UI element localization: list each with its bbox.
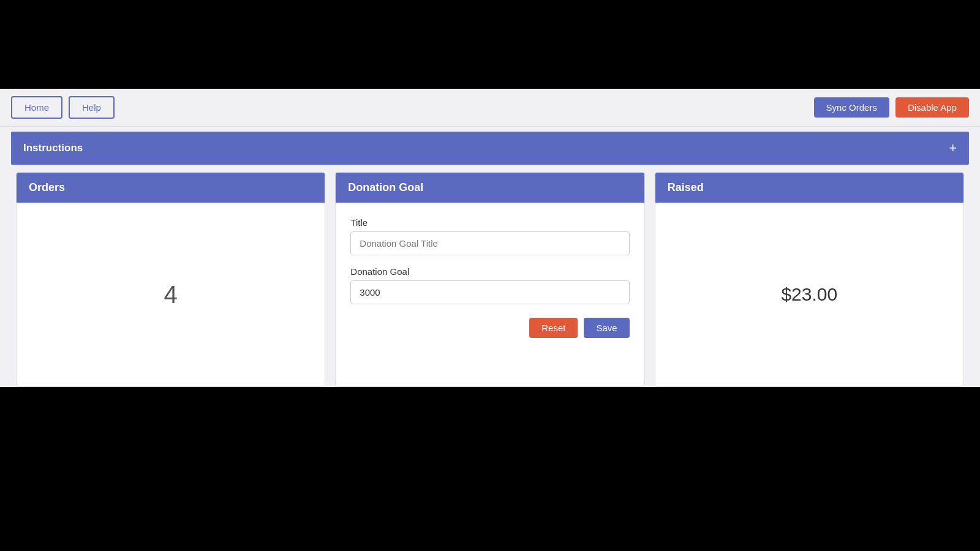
cards-row: Orders 4 Donation Goal Title Donation Go… bbox=[11, 172, 969, 387]
orders-count: 4 bbox=[164, 281, 178, 309]
form-button-row: Reset Save bbox=[350, 318, 629, 338]
orders-card-body: 4 bbox=[17, 203, 325, 386]
donation-goal-field: Donation Goal bbox=[350, 266, 629, 315]
bottom-black-bar bbox=[0, 394, 980, 517]
raised-header-label: Raised bbox=[668, 181, 704, 193]
navbar-left: Home Help bbox=[11, 96, 115, 119]
navbar: Home Help Sync Orders Disable App bbox=[0, 89, 980, 127]
reset-button[interactable]: Reset bbox=[529, 318, 578, 338]
raised-card-body: $23.00 bbox=[655, 203, 963, 386]
home-button[interactable]: Home bbox=[11, 96, 62, 119]
orders-card-header: Orders bbox=[17, 173, 325, 203]
donation-goal-card-body: Title Donation Goal Reset Save bbox=[336, 203, 644, 386]
title-input[interactable] bbox=[350, 231, 629, 255]
donation-goal-label: Donation Goal bbox=[350, 266, 629, 277]
orders-card: Orders 4 bbox=[16, 172, 325, 387]
raised-card: Raised $23.00 bbox=[655, 172, 964, 387]
donation-goal-header-label: Donation Goal bbox=[348, 181, 423, 193]
disable-app-button[interactable]: Disable App bbox=[895, 97, 969, 118]
instructions-expand-icon[interactable]: + bbox=[949, 140, 957, 156]
raised-card-header: Raised bbox=[655, 173, 963, 203]
save-button[interactable]: Save bbox=[584, 318, 629, 338]
title-label: Title bbox=[350, 217, 629, 228]
donation-goal-input[interactable] bbox=[350, 280, 629, 304]
navbar-right: Sync Orders Disable App bbox=[814, 97, 969, 118]
main-content: Home Help Sync Orders Disable App Instru… bbox=[0, 89, 980, 387]
help-button[interactable]: Help bbox=[69, 96, 115, 119]
instructions-bar: Instructions + bbox=[11, 132, 969, 165]
title-field: Title bbox=[350, 217, 629, 266]
sync-orders-button[interactable]: Sync Orders bbox=[814, 97, 889, 118]
top-black-bar bbox=[0, 0, 980, 89]
raised-amount: $23.00 bbox=[781, 284, 837, 305]
orders-header-label: Orders bbox=[29, 181, 65, 193]
donation-goal-card: Donation Goal Title Donation Goal Reset … bbox=[335, 172, 644, 387]
donation-goal-card-header: Donation Goal bbox=[336, 173, 644, 203]
instructions-label: Instructions bbox=[23, 142, 83, 154]
